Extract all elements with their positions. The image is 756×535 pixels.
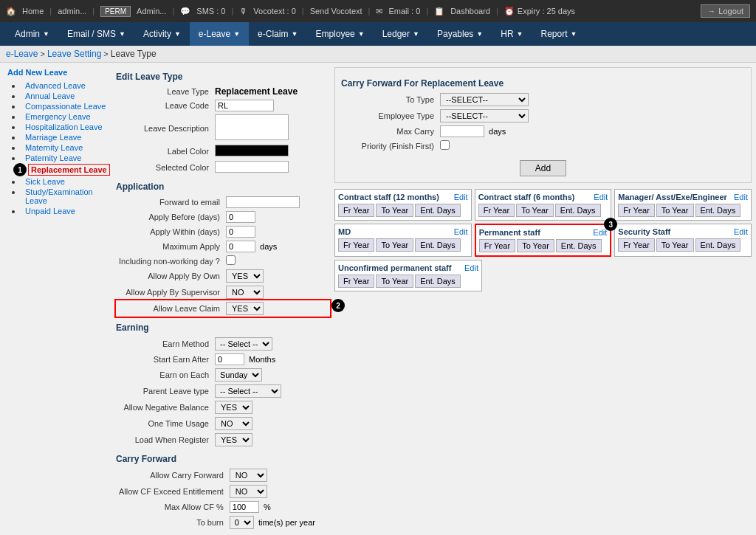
carry-forward-form: Allow Carry Forward NOYES Allow CF Excee… xyxy=(116,467,330,531)
apply-by-supervisor-select[interactable]: NOYES xyxy=(226,286,264,299)
dashboard-link[interactable]: Dashboard xyxy=(450,7,490,15)
max-allow-cf-input[interactable] xyxy=(230,501,259,513)
forward-email-input[interactable] xyxy=(226,196,300,208)
ent-box-manager: Manager/ Asst/Exe/Engineer Edit Fr Year … xyxy=(614,189,752,221)
employee-type-select[interactable]: --SELECT-- xyxy=(440,109,529,122)
email-link[interactable]: Email : 0 xyxy=(388,7,420,15)
sidebar-item-maternity-leave[interactable]: Maternity Leave xyxy=(22,142,111,153)
security-edit-link[interactable]: Edit xyxy=(734,227,748,236)
nav-eleave[interactable]: e-Leave ▼ xyxy=(190,22,249,46)
non-working-checkbox[interactable] xyxy=(226,255,236,265)
clock-icon: ⏰ xyxy=(504,7,515,16)
form-row-forward-email: Forward to email xyxy=(116,195,330,210)
sidebar-item-sick-leave[interactable]: Sick Leave xyxy=(22,176,111,187)
form-row-label-color: Label Color xyxy=(116,143,330,159)
to-type-select[interactable]: --SELECT-- xyxy=(440,93,529,106)
maximum-apply-input[interactable] xyxy=(226,241,255,252)
sms-link[interactable]: SMS : 0 xyxy=(196,7,225,15)
sidebar-item-advanced-leave[interactable]: Advanced Leave xyxy=(22,80,111,91)
admin-link[interactable]: admin... xyxy=(58,7,86,15)
sidebar-item-annual-leave[interactable]: Annual Leave xyxy=(22,91,111,101)
list-item: Marriage Leave xyxy=(22,132,111,142)
to-burn-select[interactable]: 0 xyxy=(230,516,254,529)
nav-admin[interactable]: Admin ▼ xyxy=(6,22,58,46)
one-time-usage-select[interactable]: NOYES xyxy=(215,417,252,430)
nav-activity[interactable]: Activity ▼ xyxy=(134,22,190,46)
vocotext-link[interactable]: Vocotext : 0 xyxy=(253,7,295,15)
marker-1: 1 xyxy=(13,163,27,176)
add-button[interactable]: Add xyxy=(520,160,566,176)
sidebar-item-hospitalization-leave[interactable]: Hospitalization Leave xyxy=(22,122,111,132)
leave-description-input[interactable] xyxy=(215,114,289,140)
list-item: Annual Leave xyxy=(22,91,111,101)
logout-button[interactable]: → Logout xyxy=(701,4,750,18)
sidebar-item-emergency-leave[interactable]: Emergency Leave xyxy=(22,111,111,122)
max-allow-cf-label: Max Allow CF % xyxy=(116,500,227,514)
nav-ledger[interactable]: Ledger ▼ xyxy=(374,22,428,46)
nav-eclaim[interactable]: e-Claim ▼ xyxy=(249,22,306,46)
sidebar-item-study-leave[interactable]: Study/Examination Leave xyxy=(22,187,111,206)
ent-box-security: Security Staff Edit Fr Year To Year Ent.… xyxy=(614,224,752,257)
load-when-register-label: Load When Register xyxy=(116,432,212,448)
leave-code-input[interactable]: RL xyxy=(215,100,274,111)
nav-email-sms[interactable]: Email / SMS ▼ xyxy=(58,22,134,46)
contract6-header-to: To Year xyxy=(516,204,554,217)
apply-within-label: Apply Within (days) xyxy=(116,224,223,239)
label-color-label: Label Color xyxy=(116,143,212,159)
earn-on-each-label: Earn on Each xyxy=(116,367,212,383)
manager-edit-link[interactable]: Edit xyxy=(734,193,748,201)
load-when-register-select[interactable]: YESNO xyxy=(215,433,252,446)
selected-color-box xyxy=(215,161,289,173)
start-earn-after-input[interactable] xyxy=(215,353,244,365)
allow-leave-claim-select[interactable]: YESNO xyxy=(226,302,264,315)
sidebar-item-unpaid-leave[interactable]: Unpaid Leave xyxy=(22,206,111,216)
home-icon: 🏠 xyxy=(6,7,16,16)
nav-hr[interactable]: HR ▼ xyxy=(492,22,532,46)
manager-header-ent: Ent. Days xyxy=(695,204,741,217)
one-time-usage-label: One Time Usage xyxy=(116,415,212,432)
contract6-edit-link[interactable]: Edit xyxy=(594,193,608,201)
home-link[interactable]: Home xyxy=(22,7,44,15)
admin2-link[interactable]: Admin... xyxy=(137,7,166,15)
apply-before-input[interactable] xyxy=(226,211,255,223)
apply-within-input[interactable] xyxy=(226,226,255,238)
right-panel: Carry Forward For Replacement Leave To T… xyxy=(334,67,752,535)
send-vocotext-link[interactable]: Send Vocotext xyxy=(310,7,362,15)
max-carry-input[interactable] xyxy=(440,125,484,137)
apply-by-own-select[interactable]: YESNO xyxy=(226,269,264,283)
breadcrumb-leave-setting[interactable]: Leave Setting xyxy=(47,49,101,59)
priority-checkbox[interactable] xyxy=(440,140,450,150)
form-row-start-earn-after: Start Earn After Months xyxy=(116,352,330,367)
manager-header-to: To Year xyxy=(656,204,694,217)
breadcrumb-eleave[interactable]: e-Leave xyxy=(6,49,38,59)
forward-email-label: Forward to email xyxy=(116,195,223,210)
nav-employee[interactable]: Employee ▼ xyxy=(306,22,373,46)
sidebar: Add New Leave Advanced Leave Annual Leav… xyxy=(4,67,111,535)
sidebar-item-paternity-leave[interactable]: Paternity Leave xyxy=(22,153,111,163)
earn-method-select[interactable]: -- Select -- xyxy=(215,337,272,351)
form-row-apply-by-own: Allow Apply By Own YESNO xyxy=(116,268,330,284)
earn-on-each-select[interactable]: Sunday xyxy=(215,368,262,382)
parent-leave-select[interactable]: -- Select -- xyxy=(215,384,281,398)
permanent-edit-link[interactable]: Edit xyxy=(593,228,607,237)
nav-report[interactable]: Report ▼ xyxy=(532,22,586,46)
form-row-max-allow-cf: Max Allow CF % % xyxy=(116,500,330,514)
unconfirmed-title: Unconfirmed permanent staff xyxy=(338,263,451,272)
sidebar-item-compassionate-leave[interactable]: Compassionate Leave xyxy=(22,101,111,111)
chevron-down-icon: ▼ xyxy=(358,30,365,38)
contract12-edit-link[interactable]: Edit xyxy=(454,193,468,201)
nav-payables[interactable]: Payables ▼ xyxy=(428,22,492,46)
form-row-earn-on-each: Earn on Each Sunday xyxy=(116,367,330,383)
md-edit-link[interactable]: Edit xyxy=(454,227,468,236)
security-header-to: To Year xyxy=(656,238,694,252)
allow-cf-exceed-select[interactable]: NOYES xyxy=(230,485,267,498)
add-new-leave-link[interactable]: Add New Leave xyxy=(4,67,111,77)
unconfirmed-edit-link[interactable]: Edit xyxy=(464,263,478,272)
sidebar-item-marriage-leave[interactable]: Marriage Leave xyxy=(22,132,111,142)
allow-negative-select[interactable]: YESNO xyxy=(215,401,252,414)
chevron-down-icon: ▼ xyxy=(413,30,419,38)
expiry-info: ⏰ Expiry : 25 days xyxy=(504,7,575,16)
sidebar-item-replacement-leave[interactable]: Replacement Leave xyxy=(28,164,110,176)
allow-cf-select[interactable]: NOYES xyxy=(230,469,267,482)
contract12-header-fr: Fr Year xyxy=(338,204,374,217)
